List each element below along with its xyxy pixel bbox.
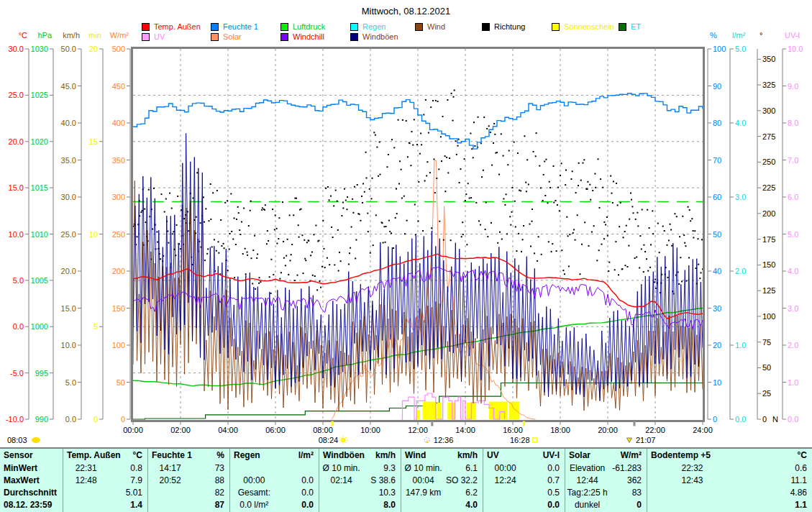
- cell-value: SO 32.2: [444, 475, 478, 487]
- stats-table: SensorMinWertMaxWertDurchschnitt08.12. 2…: [0, 447, 812, 512]
- cell-time: 00:00: [485, 462, 526, 475]
- axis-min: min20151050: [88, 31, 103, 424]
- svg-text:7.0: 7.0: [788, 156, 798, 165]
- table-cell-row: 1.1: [647, 499, 812, 511]
- svg-text:min: min: [88, 31, 101, 40]
- svg-text:3.0: 3.0: [735, 193, 746, 201]
- svg-text:175: 175: [762, 235, 775, 244]
- cell-time: [65, 499, 107, 511]
- cell-value: 0: [608, 499, 642, 511]
- svg-text:15.0: 15.0: [9, 183, 24, 192]
- cell-time: [321, 487, 362, 499]
- cell-time: 12:48: [65, 475, 107, 487]
- svg-text:0.0: 0.0: [788, 415, 798, 424]
- table-column-sensor: SensorMinWertMaxWertDurchschnitt08.12. 2…: [0, 449, 63, 512]
- cell-time: 12:24: [485, 475, 526, 487]
- svg-text:08:03: 08:03: [7, 436, 27, 444]
- table-column-feuchte-1: Feuchte 1%14:177320:52888287: [148, 449, 230, 512]
- cell-time: Gesamt:: [232, 487, 277, 499]
- table-cell-row: 4.0: [401, 499, 483, 511]
- axis-deg: °350325300275250225200175150125100755025…: [757, 31, 778, 424]
- table-cell-row: [230, 462, 319, 475]
- cell-value: 0.0: [277, 499, 314, 511]
- svg-text:30.0: 30.0: [61, 193, 76, 201]
- cell-time: 0.0 l/m²: [232, 499, 277, 511]
- cell-time: 12:44: [567, 475, 608, 487]
- svg-text:-5.0: -5.0: [10, 369, 24, 378]
- svg-text:350: 350: [762, 55, 775, 63]
- table-column-windb-en: Windböenkm/hØ 10 min.9.302:14S 38.610.38…: [319, 449, 401, 512]
- table-header-sensor: Sensor: [4, 450, 58, 462]
- svg-text:15: 15: [89, 137, 98, 146]
- table-cell-row: dunkel0: [565, 499, 647, 511]
- svg-text:225: 225: [762, 183, 775, 192]
- axis-uvi: UV-I10.09.08.07.06.05.04.03.02.01.00.0: [783, 31, 803, 424]
- table-cell-row: 0.0: [483, 499, 565, 511]
- svg-text:18:00: 18:00: [550, 426, 570, 434]
- cell-value: 88: [191, 475, 224, 487]
- svg-text:150: 150: [112, 304, 125, 313]
- svg-text:90: 90: [713, 82, 721, 91]
- table-cell-row: Tag:2:25 h83: [565, 487, 647, 499]
- table-header-unit: km/h: [457, 450, 478, 462]
- svg-text:1030: 1030: [31, 45, 48, 53]
- cell-time: [403, 499, 444, 511]
- svg-text:0.0: 0.0: [13, 322, 24, 331]
- svg-text:08:24: 08:24: [319, 436, 339, 444]
- svg-text:1000: 1000: [31, 322, 48, 331]
- svg-text:10.0: 10.0: [9, 230, 24, 239]
- svg-text:30: 30: [713, 304, 721, 313]
- cell-value: 5.01: [107, 487, 142, 499]
- svg-text:0.0: 0.0: [735, 415, 746, 424]
- cell-time: 22:32: [649, 462, 736, 475]
- svg-text:W/m²: W/m²: [110, 31, 129, 40]
- table-header-name: Wind: [405, 450, 457, 462]
- cell-time: 147.9 km: [403, 487, 444, 499]
- table-header-unit: °C: [133, 450, 142, 462]
- svg-text:08:00: 08:00: [313, 426, 333, 434]
- svg-text:hPa: hPa: [37, 31, 52, 40]
- cell-time: 00:04: [403, 475, 444, 487]
- cell-value: 0.6: [736, 462, 807, 475]
- cell-time: [485, 499, 526, 511]
- svg-text:20.0: 20.0: [9, 137, 24, 146]
- cell-value: 11.1: [736, 475, 807, 487]
- table-cell-row: 12:240.7: [483, 475, 565, 487]
- svg-text:00:00: 00:00: [123, 426, 143, 434]
- svg-text:0: 0: [93, 415, 98, 424]
- svg-text:2.0: 2.0: [735, 267, 746, 275]
- cell-value: 0.0: [526, 462, 560, 475]
- svg-text:25.0: 25.0: [61, 230, 76, 239]
- svg-text:22:00: 22:00: [645, 426, 665, 434]
- sun-marker-08-03: 08:03: [7, 436, 40, 444]
- svg-text:300: 300: [762, 106, 775, 115]
- svg-text:5.0: 5.0: [788, 230, 798, 239]
- table-column-regen: Regenl/m²00:000.0Gesamt:0.00.0 l/m²0.0: [230, 449, 319, 512]
- svg-text:1.0: 1.0: [735, 341, 746, 349]
- table-cell-row: 0.5: [483, 487, 565, 499]
- axis-temp: °C30.025.020.015.010.05.00.0-5.0-10.0: [6, 31, 29, 424]
- svg-text:UV-I: UV-I: [785, 31, 800, 40]
- table-header-name: Feuchte 1: [152, 450, 216, 462]
- cell-value: 1.4: [107, 499, 142, 511]
- cell-time: 14:17: [150, 462, 191, 475]
- table-header-name: UV: [487, 450, 543, 462]
- axis-hpa: hPa1030102510201015101010051000995990: [31, 31, 53, 424]
- table-cell-row: 1.4: [63, 499, 147, 511]
- svg-text:5.0: 5.0: [13, 276, 24, 285]
- table-cell-row: 14:1773: [148, 462, 229, 475]
- axis-lm2: l/m²5.04.03.02.01.00.0: [730, 31, 746, 424]
- cell-time: Ø 10 min.: [403, 462, 444, 475]
- cell-value: 362: [608, 475, 642, 487]
- svg-text:20: 20: [713, 341, 721, 349]
- table-cell-row: 12:487.9: [63, 475, 147, 487]
- cell-value: 0.0: [277, 475, 314, 487]
- svg-text:l/m²: l/m²: [732, 31, 746, 40]
- cell-value: 0.0: [526, 499, 560, 511]
- table-column-wind: Windkm/hØ 10 min.6.100:04SO 32.2147.9 km…: [401, 449, 483, 512]
- sun-marker-12-36: 12:36: [424, 421, 453, 445]
- cell-value: [277, 462, 314, 475]
- svg-text:-10.0: -10.0: [6, 415, 24, 424]
- svg-text:5.0: 5.0: [735, 45, 746, 53]
- table-row-label: MaxWert: [0, 475, 63, 487]
